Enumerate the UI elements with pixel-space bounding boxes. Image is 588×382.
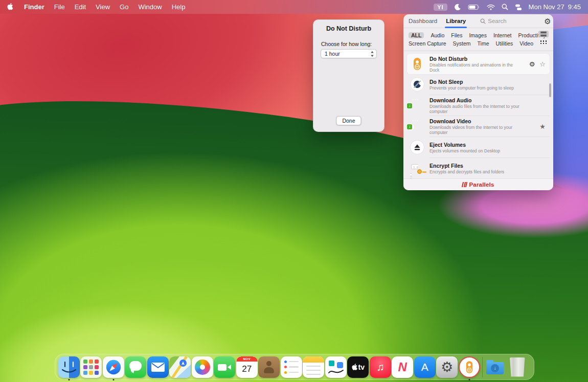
dock-freeform-icon[interactable] — [325, 355, 347, 379]
tool-row-do-not-sleep[interactable]: Do Not Sleep Prevents your computer from… — [407, 74, 550, 95]
dock-photos-icon[interactable] — [191, 355, 214, 379]
download-arrow-badge: ↓ — [406, 124, 413, 130]
tool-row-eject-volumes[interactable]: Eject Volumes Ejects volumes mounted on … — [407, 137, 550, 158]
menu-bar: Finder File Edit View Go Window Help YI — [0, 0, 588, 14]
search-icon — [480, 18, 486, 24]
tool-row-download-video[interactable]: ↓ Download Video Downloads videos from t… — [407, 116, 550, 137]
menu-item-finder[interactable]: Finder — [24, 3, 44, 11]
category-images[interactable]: Images — [469, 32, 486, 38]
category-video[interactable]: Video — [519, 40, 533, 47]
category-all[interactable]: ALL — [409, 32, 424, 38]
tool-list: Do Not Disturb Disables notifications an… — [403, 51, 553, 178]
music-note-glyph: ♫ — [376, 361, 385, 373]
panel-header: Dashboard Library ⚙ — [403, 14, 553, 28]
parallels-logo-icon — [462, 182, 467, 187]
dock-notes-icon[interactable] — [303, 355, 325, 379]
menu-item-edit[interactable]: Edit — [75, 3, 86, 11]
dock-contacts-icon[interactable] — [258, 355, 281, 379]
tool-row-download-audio[interactable]: ♪↓ Download Audio Downloads audio files … — [407, 95, 550, 116]
do-not-disturb-moon-icon[interactable] — [454, 4, 461, 11]
clock-date: Mon Nov 27 — [529, 3, 564, 11]
search-input[interactable] — [488, 18, 544, 24]
dock-messages-icon[interactable] — [125, 355, 147, 379]
tool-name: Download Video — [429, 118, 534, 124]
tool-row-do-not-disturb[interactable]: Do Not Disturb Disables notifications an… — [407, 54, 550, 74]
calendar-month-label: NOV — [236, 356, 258, 362]
tool-name: Do Not Sleep — [429, 79, 547, 85]
tool-settings-gear-icon[interactable]: ⚙ — [529, 61, 535, 68]
dock-appstore-icon[interactable]: A — [414, 355, 436, 379]
tool-description: Ejects volumes mounted on Desktop — [429, 148, 521, 153]
category-system[interactable]: System — [453, 40, 471, 47]
category-files[interactable]: Files — [451, 32, 462, 38]
dock-downloads-icon[interactable]: ↓ — [484, 355, 507, 379]
running-indicator — [112, 379, 114, 380]
category-filters: ALL Audio Files Images Internet Producti… — [403, 28, 553, 51]
tool-description: Downloads videos from the Internet to yo… — [429, 125, 521, 135]
menu-item-file[interactable]: File — [54, 3, 65, 11]
dock-news-icon[interactable]: N — [392, 355, 414, 379]
fast-user-switching-icon[interactable] — [515, 4, 522, 11]
parallels-toolbox-menu-icon[interactable]: YI — [434, 4, 447, 11]
wifi-icon[interactable] — [487, 4, 495, 10]
tool-name: Download Audio — [429, 97, 547, 103]
menu-item-help[interactable]: Help — [172, 3, 186, 11]
dock-calendar-icon[interactable]: NOV 27 — [236, 355, 258, 379]
menu-item-view[interactable]: View — [96, 3, 110, 11]
grid-view-icon[interactable] — [538, 39, 549, 46]
search-field[interactable] — [480, 18, 544, 24]
dock-trash-icon[interactable] — [506, 355, 529, 379]
dock-finder-icon[interactable] — [58, 355, 80, 379]
battery-icon[interactable] — [468, 4, 480, 10]
duration-select[interactable]: 1 hour — [321, 49, 377, 58]
tab-library[interactable]: Library — [446, 14, 466, 28]
category-audio[interactable]: Audio — [431, 32, 444, 38]
dock-facetime-icon[interactable] — [214, 355, 236, 379]
dock-music-icon[interactable]: ♫ — [369, 355, 392, 379]
download-arrow-badge: ↓ — [406, 103, 413, 109]
settings-gear-icon[interactable]: ⚙ — [544, 17, 551, 25]
category-screen-capture[interactable]: Screen Capture — [409, 40, 446, 47]
dock-appletv-icon[interactable]: tv — [347, 355, 370, 379]
tool-row-encrypt-files[interactable]: 1 001 0 1 Encrypt Files Encrypts and dec… — [407, 158, 550, 178]
duration-label: Choose for how long: — [321, 41, 384, 47]
favorite-star-outline-icon[interactable]: ☆ — [539, 61, 546, 68]
dock-launchpad-icon[interactable] — [80, 355, 103, 379]
menu-bar-clock[interactable]: Mon Nov 27 9:45 — [529, 3, 581, 11]
dock-mail-icon[interactable] — [147, 355, 169, 379]
do-not-disturb-dialog: Do Not Disturb Choose for how long: 1 ho… — [313, 19, 385, 132]
dock-do-not-disturb-icon[interactable] — [458, 355, 481, 379]
encrypted-document-key-icon: 1 001 0 1 — [410, 161, 424, 175]
menu-item-go[interactable]: Go — [120, 3, 128, 11]
download-audio-icon: ♪↓ — [410, 98, 424, 113]
category-utilities[interactable]: Utilities — [496, 40, 513, 47]
spotlight-search-icon[interactable] — [502, 4, 508, 10]
dock-maps-icon[interactable] — [169, 355, 192, 379]
tool-description: Downloads audio files from the Internet … — [429, 104, 521, 114]
running-indicator — [68, 379, 70, 380]
favorite-star-filled-icon[interactable]: ★ — [539, 123, 546, 130]
appstore-letter-glyph: A — [421, 361, 428, 373]
select-stepper-icon — [370, 51, 374, 57]
tool-name: Encrypt Files — [429, 163, 547, 169]
apple-menu-icon[interactable] — [7, 3, 14, 11]
dock: NOV 27 tv — [55, 354, 534, 380]
clock-time: 9:45 — [568, 3, 581, 11]
list-view-icon[interactable] — [538, 31, 549, 37]
dock-system-settings-icon[interactable]: ⚙ — [436, 355, 459, 379]
eject-icon — [410, 140, 424, 154]
done-button[interactable]: Done — [336, 116, 361, 125]
parallels-brand-text: Parallels — [469, 182, 494, 188]
tab-dashboard[interactable]: Dashboard — [409, 14, 437, 28]
download-arrow-glyph: ↓ — [491, 364, 499, 372]
tool-description: Prevents your computer from going to sle… — [429, 85, 521, 91]
category-time[interactable]: Time — [478, 40, 489, 47]
scrollbar-thumb[interactable] — [549, 83, 551, 97]
menu-item-window[interactable]: Window — [138, 3, 162, 11]
dock-safari-icon[interactable] — [102, 355, 125, 379]
tool-name: Eject Volumes — [429, 142, 547, 148]
dock-reminders-icon[interactable] — [280, 355, 303, 379]
door-hanger-icon — [410, 57, 424, 71]
dialog-title: Do Not Disturb — [313, 25, 384, 32]
category-internet[interactable]: Internet — [493, 32, 512, 38]
